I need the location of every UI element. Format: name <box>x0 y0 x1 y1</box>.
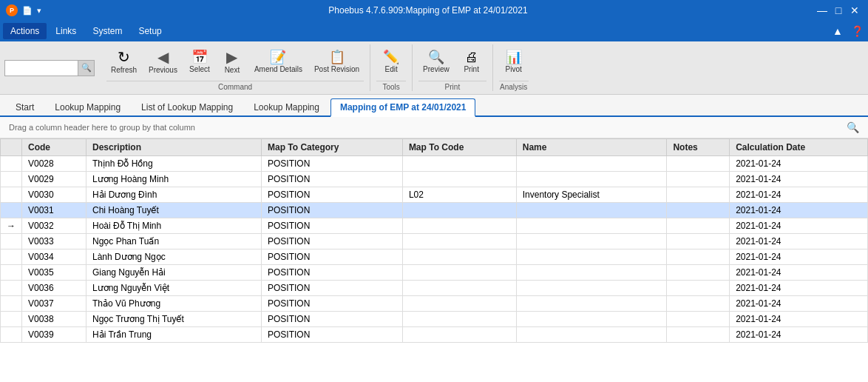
cell-map-code <box>402 172 516 187</box>
cell-map-code <box>402 312 516 327</box>
pivot-label: Pivot <box>506 65 522 73</box>
tab-mapping-emp[interactable]: Mapping of EMP at 24/01/2021 <box>330 98 476 117</box>
drag-hint-text: Drag a column header here to group by th… <box>9 123 195 132</box>
table-row[interactable]: V0028Thịnh Đỗ HồngPOSITION2021-01-24 <box>1 156 868 172</box>
previous-button[interactable]: ◀ Previous <box>144 48 182 76</box>
preview-button[interactable]: 🔍 Preview <box>418 49 454 75</box>
cell-name <box>516 156 667 172</box>
toolbar-group-analysis: 📊 Pivot Analysis <box>493 44 535 91</box>
cell-name <box>516 281 667 296</box>
titlebar: P 📄 ▾ Phoebus 4.7.6.909:Mapping of EMP a… <box>0 0 868 21</box>
close-button[interactable]: ✕ <box>847 3 862 18</box>
tools-buttons: ✏️ Edit <box>376 44 406 79</box>
menu-links[interactable]: Links <box>48 23 84 39</box>
cell-notes <box>667 187 730 203</box>
minimize-button[interactable]: — <box>815 3 830 18</box>
search-button[interactable]: 🔍 <box>78 60 95 76</box>
row-arrow <box>1 296 22 312</box>
tab-lookup-mapping-2[interactable]: Lookup Mapping <box>244 98 329 115</box>
cell-map-category: POSITION <box>261 296 402 312</box>
cell-notes <box>667 203 730 218</box>
data-table-container[interactable]: Code Description Map To Category Map To … <box>0 138 868 382</box>
table-row[interactable]: V0029Lương Hoàng MinhPOSITION2021-01-24 <box>1 172 868 187</box>
pivot-button[interactable]: 📊 Pivot <box>499 49 529 75</box>
table-row[interactable]: V0034Lành Dương NgọcPOSITION2021-01-24 <box>1 249 868 265</box>
row-arrow <box>1 156 22 172</box>
menubar-right: ▲ ❓ <box>830 23 865 39</box>
menubar: Actions Links System Setup ▲ ❓ <box>0 21 868 41</box>
tab-lookup-mapping-1[interactable]: Lookup Mapping <box>45 98 130 115</box>
cell-calc-date: 2021-01-24 <box>730 218 868 234</box>
help-icon[interactable]: ❓ <box>849 23 865 39</box>
select-label: Select <box>189 65 210 73</box>
window-controls: — □ ✕ <box>815 3 862 18</box>
menu-actions[interactable]: Actions <box>3 23 47 39</box>
tab-start[interactable]: Start <box>6 98 44 115</box>
amend-icon: 📝 <box>270 50 286 64</box>
table-row[interactable]: V0030Hải Dương ĐìnhPOSITIONL02Inventory … <box>1 187 868 203</box>
col-header-arrow <box>1 139 22 156</box>
cell-description: Giang Nguyễn Hải <box>87 265 262 281</box>
table-row[interactable]: V0037Thảo Vũ PhươngPOSITION2021-01-24 <box>1 296 868 312</box>
col-header-notes[interactable]: Notes <box>667 139 730 156</box>
cell-name <box>516 249 667 265</box>
cell-notes <box>667 281 730 296</box>
col-header-name[interactable]: Name <box>516 139 667 156</box>
table-row[interactable]: V0039Hải Trần TrungPOSITION2021-01-24 <box>1 327 868 343</box>
cell-map-code <box>402 218 516 234</box>
tab-list-lookup[interactable]: List of Lookup Mapping <box>132 98 243 115</box>
post-revision-icon: 📋 <box>329 50 345 64</box>
cell-code: V0033 <box>22 234 87 249</box>
cell-code: V0035 <box>22 265 87 281</box>
collapse-icon[interactable]: ▲ <box>830 23 846 39</box>
post-revision-button[interactable]: 📋 Post Revision <box>310 49 364 75</box>
search-input[interactable] <box>4 60 78 76</box>
cell-description: Lương Hoàng Minh <box>87 172 262 187</box>
cell-name: Inventory Specialist <box>516 187 667 203</box>
cell-calc-date: 2021-01-24 <box>730 156 868 172</box>
next-button[interactable]: ▶ Next <box>217 48 247 76</box>
table-row[interactable]: V0036Lương Nguyễn ViệtPOSITION2021-01-24 <box>1 281 868 296</box>
analysis-buttons: 📊 Pivot <box>499 44 529 79</box>
table-row[interactable]: V0035Giang Nguyễn HảiPOSITION2021-01-24 <box>1 265 868 281</box>
menu-system[interactable]: System <box>85 23 129 39</box>
toolbar-group-print: 🔍 Preview 🖨 Print Print <box>413 44 493 91</box>
cell-name <box>516 327 667 343</box>
table-row[interactable]: V0038Ngọc Trương Thị TuyếtPOSITION2021-0… <box>1 312 868 327</box>
amend-button[interactable]: 📝 Amend Details <box>250 49 307 75</box>
titlebar-left: P 📄 ▾ <box>6 4 41 16</box>
cell-description: Lành Dương Ngọc <box>87 249 262 265</box>
cell-code: V0038 <box>22 312 87 327</box>
cell-name <box>516 203 667 218</box>
row-arrow: → <box>1 218 22 234</box>
cell-calc-date: 2021-01-24 <box>730 281 868 296</box>
cell-calc-date: 2021-01-24 <box>730 187 868 203</box>
row-arrow <box>1 312 22 327</box>
col-header-description[interactable]: Description <box>87 139 262 156</box>
previous-label: Previous <box>149 66 177 74</box>
refresh-button[interactable]: ↻ Refresh <box>106 48 141 76</box>
maximize-button[interactable]: □ <box>831 3 846 18</box>
table-row[interactable]: V0031Chi Hoàng TuyếtPOSITION2021-01-24 <box>1 203 868 218</box>
window-title: Phoebus 4.7.6.909:Mapping of EMP at 24/0… <box>41 5 815 16</box>
print-button[interactable]: 🖨 Print <box>457 49 486 75</box>
col-header-map-code[interactable]: Map To Code <box>402 139 516 156</box>
row-arrow <box>1 234 22 249</box>
post-revision-label: Post Revision <box>314 65 359 73</box>
select-button[interactable]: 📅 Select <box>185 49 214 75</box>
cell-map-category: POSITION <box>261 156 402 172</box>
cell-name <box>516 172 667 187</box>
col-header-code[interactable]: Code <box>22 139 87 156</box>
cell-calc-date: 2021-01-24 <box>730 312 868 327</box>
content-search-icon[interactable]: 🔍 <box>847 121 859 133</box>
drag-hint-bar: Drag a column header here to group by th… <box>0 117 868 138</box>
table-header-row: Code Description Map To Category Map To … <box>1 139 868 156</box>
row-arrow <box>1 172 22 187</box>
col-header-map-category[interactable]: Map To Category <box>261 139 402 156</box>
table-row[interactable]: →V0032Hoài Đỗ Thị MinhPOSITION2021-01-24 <box>1 218 868 234</box>
menu-setup[interactable]: Setup <box>131 23 169 39</box>
table-row[interactable]: V0033Ngọc Phan TuấnPOSITION2021-01-24 <box>1 234 868 249</box>
cell-map-category: POSITION <box>261 327 402 343</box>
col-header-calc-date[interactable]: Calculation Date <box>730 139 868 156</box>
edit-button[interactable]: ✏️ Edit <box>376 49 406 75</box>
